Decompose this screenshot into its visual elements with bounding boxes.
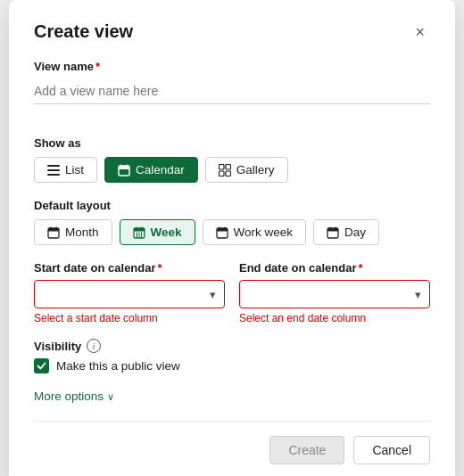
layout-day-button[interactable]: Day [313,219,379,245]
public-view-checkbox[interactable] [34,358,49,373]
svg-rect-24 [219,226,220,229]
svg-rect-16 [134,228,145,232]
show-as-list-label: List [65,163,84,176]
create-button[interactable]: Create [269,436,344,464]
end-date-error: Select an end date column [239,312,430,324]
start-date-select[interactable] [34,280,225,308]
create-view-dialog: Create view × View name* Show as List [9,0,455,476]
date-fields-row: Start date on calendar* Select a start d… [34,261,430,324]
svg-rect-28 [329,226,331,229]
dialog-footer: Create Cancel [34,421,430,464]
show-as-label: Show as [34,136,430,150]
view-name-label: View name* [34,60,430,73]
day-calendar-icon [327,226,339,239]
more-options-button[interactable]: More options ∨ [34,390,114,403]
svg-rect-27 [327,228,338,232]
start-date-error: Select a start date column [34,312,225,324]
layout-week-button[interactable]: Week [120,219,195,245]
svg-rect-23 [217,228,228,232]
svg-rect-25 [224,226,226,229]
svg-rect-2 [47,174,60,176]
more-options-label: More options [34,390,104,403]
svg-rect-5 [120,164,122,167]
start-date-field: Start date on calendar* Select a start d… [34,261,225,324]
visibility-row: Visibility i [34,339,430,353]
show-as-gallery-label: Gallery [236,163,275,176]
svg-rect-12 [48,228,59,232]
list-icon [47,164,60,176]
layout-week-label: Week [151,226,182,239]
svg-rect-17 [136,226,137,229]
dialog-header: Create view × [34,21,430,42]
svg-rect-8 [226,164,231,169]
info-icon: i [87,339,101,353]
svg-rect-13 [50,226,52,229]
end-date-label: End date on calendar* [239,261,430,275]
public-view-label: Make this a public view [56,359,180,373]
svg-rect-6 [127,164,128,167]
public-view-row: Make this a public view [34,358,430,373]
svg-rect-10 [226,171,231,176]
cancel-button[interactable]: Cancel [353,436,430,464]
svg-rect-29 [336,226,337,229]
default-layout-section: Default layout Month [34,199,430,245]
svg-rect-4 [119,166,129,169]
svg-rect-14 [56,226,58,229]
layout-day-label: Day [344,226,366,239]
svg-rect-1 [47,169,60,171]
layout-month-label: Month [65,226,99,239]
show-as-options: List Calendar [34,157,430,183]
start-date-select-wrapper [34,280,225,308]
layout-options: Month Week [34,219,430,245]
show-as-list-button[interactable]: List [34,157,97,183]
show-as-section: Show as List [34,136,430,183]
svg-rect-9 [219,171,224,176]
show-as-calendar-button[interactable]: Calendar [104,157,198,183]
show-as-gallery-button[interactable]: Gallery [205,157,288,183]
visibility-section: Visibility i Make this a public view [34,339,430,373]
view-name-input[interactable] [34,78,430,104]
svg-rect-7 [219,164,224,169]
month-calendar-icon [47,226,60,239]
layout-month-button[interactable]: Month [34,219,112,245]
close-button[interactable]: × [410,22,430,42]
dialog-title: Create view [34,21,133,42]
gallery-icon [219,164,231,176]
show-as-calendar-label: Calendar [136,163,185,176]
svg-rect-18 [141,226,143,229]
layout-work-week-label: Work week [234,226,294,239]
visibility-label: Visibility [34,340,81,353]
start-date-label: Start date on calendar* [34,261,225,275]
chevron-down-icon: ∨ [107,391,114,403]
end-date-select-wrapper [239,280,430,308]
end-date-field: End date on calendar* Select an end date… [239,261,430,324]
end-date-select[interactable] [239,280,430,308]
layout-work-week-button[interactable]: Work week [203,219,307,245]
svg-rect-0 [47,165,60,167]
week-calendar-icon [133,226,145,239]
work-week-calendar-icon [216,226,228,239]
calendar-icon [118,164,130,176]
default-layout-label: Default layout [34,199,430,212]
view-name-section: View name* [34,60,430,120]
